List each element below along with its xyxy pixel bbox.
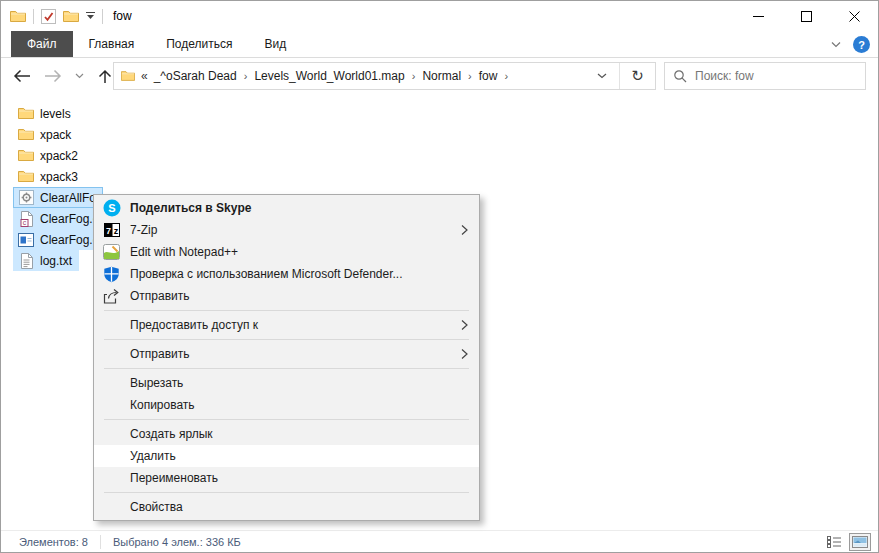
context-menu: S Поделиться в Skype 7z 7-Zip Edit with … — [93, 194, 480, 521]
tab-file[interactable]: Файл — [11, 31, 73, 57]
submenu-arrow-icon — [461, 225, 468, 236]
menu-item-7zip[interactable]: 7z 7-Zip — [94, 219, 479, 241]
file-item[interactable]: xpack — [13, 124, 78, 145]
address-bar[interactable]: « _^oSarah Dead › Levels_World_World01.m… — [113, 62, 656, 90]
breadcrumb-segment[interactable]: fow — [479, 69, 498, 83]
file-name: xpack2 — [40, 149, 78, 163]
file-item[interactable]: xpack3 — [13, 166, 85, 187]
breadcrumb-chevron[interactable]: › — [497, 70, 515, 82]
address-folder-icon — [121, 70, 135, 82]
file-name: log.txt — [40, 254, 72, 268]
folder-icon — [17, 107, 35, 120]
share-icon — [102, 287, 121, 306]
defender-shield-icon — [102, 265, 121, 284]
menu-item-defender-scan[interactable]: Проверка с использованием Microsoft Defe… — [94, 263, 479, 285]
new-folder-quick-button[interactable] — [63, 10, 79, 23]
menu-separator — [104, 339, 469, 340]
file-item[interactable]: ClearAllFo — [13, 187, 103, 208]
file-name: xpack — [40, 128, 71, 142]
folder-icon — [17, 170, 35, 183]
menu-label: Отправить — [130, 289, 190, 303]
menu-label: 7-Zip — [130, 223, 157, 237]
maximize-button[interactable] — [782, 1, 830, 31]
menu-label: Отправить — [130, 347, 190, 361]
menu-label: Свойства — [130, 500, 183, 514]
customize-quick-access-dropdown[interactable] — [86, 12, 95, 20]
forward-button[interactable] — [42, 67, 64, 85]
breadcrumb-chevron[interactable]: › — [461, 70, 479, 82]
svg-text:z: z — [113, 226, 118, 236]
file-item[interactable]: log.txt — [13, 250, 79, 271]
menu-item-cut[interactable]: Вырезать — [94, 372, 479, 394]
svg-text:S: S — [108, 202, 115, 214]
breadcrumb-overflow[interactable]: « — [141, 69, 148, 83]
recent-locations-chevron[interactable] — [73, 71, 86, 81]
menu-separator — [104, 310, 469, 311]
svg-text:7: 7 — [105, 226, 110, 236]
submenu-arrow-icon — [461, 349, 468, 360]
selection-summary: Выбрано 4 элем.: 336 КБ — [101, 536, 253, 548]
menu-item-share[interactable]: Отправить — [94, 285, 479, 307]
menu-item-properties[interactable]: Свойства — [94, 496, 479, 518]
7zip-icon: 7z — [102, 221, 121, 240]
breadcrumb-segment[interactable]: _^oSarah Dead — [154, 69, 237, 83]
notepadpp-icon — [102, 243, 121, 262]
tab-share[interactable]: Поделиться — [150, 31, 248, 57]
file-name: ClearFog.e — [40, 233, 99, 247]
menu-item-create-shortcut[interactable]: Создать ярлык — [94, 423, 479, 445]
file-name: levels — [40, 107, 71, 121]
file-item[interactable]: xpack2 — [13, 145, 85, 166]
status-bar: Элементов: 8 Выбрано 4 элем.: 336 КБ — [1, 530, 878, 552]
window-title: fow — [113, 9, 132, 23]
file-item[interactable]: c ClearFog.c — [13, 208, 106, 229]
refresh-button[interactable]: ↻ — [619, 63, 655, 89]
gear-file-icon — [17, 190, 35, 205]
menu-item-share-skype[interactable]: S Поделиться в Skype — [94, 197, 479, 219]
c-file-icon: c — [17, 211, 35, 227]
breadcrumb-chevron[interactable]: › — [237, 70, 255, 82]
search-box[interactable] — [664, 62, 866, 90]
items-count: Элементов: 8 — [1, 536, 100, 548]
menu-label: Предоставить доступ к — [130, 318, 258, 332]
window-folder-icon — [10, 10, 26, 23]
menu-item-delete[interactable]: Удалить — [94, 445, 479, 467]
file-item[interactable]: levels — [13, 103, 78, 124]
close-button[interactable] — [830, 1, 878, 31]
menu-item-rename[interactable]: Переименовать — [94, 467, 479, 489]
details-view-button[interactable] — [823, 533, 845, 551]
menu-label: Копировать — [130, 398, 195, 412]
menu-separator — [104, 492, 469, 493]
menu-label: Переименовать — [130, 471, 218, 485]
tab-view[interactable]: Вид — [248, 31, 302, 57]
menu-label: Удалить — [130, 449, 176, 463]
menu-label: Проверка с использованием Microsoft Defe… — [130, 267, 403, 281]
up-button[interactable] — [95, 67, 115, 86]
menu-label: Поделиться в Skype — [130, 201, 251, 215]
breadcrumb-segment[interactable]: Levels_World_World01.map — [254, 69, 404, 83]
file-name: ClearAllFo — [40, 191, 96, 205]
breadcrumb-segment[interactable]: Normal — [422, 69, 461, 83]
explorer-window: fow Файл Главная Поделиться Вид ? — [0, 0, 879, 553]
tab-home[interactable]: Главная — [73, 31, 151, 57]
breadcrumb-chevron[interactable]: › — [405, 70, 423, 82]
menu-item-give-access[interactable]: Предоставить доступ к — [94, 314, 479, 336]
menu-separator — [104, 368, 469, 369]
search-input[interactable] — [695, 69, 835, 83]
help-button[interactable]: ? — [853, 36, 870, 53]
search-icon — [673, 69, 687, 83]
menu-separator — [104, 419, 469, 420]
address-dropdown-chevron[interactable] — [585, 63, 619, 89]
minimize-button[interactable] — [734, 1, 782, 31]
submenu-arrow-icon — [461, 320, 468, 331]
titlebar-separator — [102, 9, 103, 24]
menu-item-send-to[interactable]: Отправить — [94, 343, 479, 365]
menu-item-copy[interactable]: Копировать — [94, 394, 479, 416]
menu-item-edit-notepadpp[interactable]: Edit with Notepad++ — [94, 241, 479, 263]
menu-label: Создать ярлык — [130, 427, 213, 441]
properties-quick-button[interactable] — [41, 9, 56, 24]
skype-icon: S — [102, 199, 121, 218]
thumbnail-view-button[interactable] — [849, 533, 871, 551]
folder-icon — [17, 128, 35, 141]
expand-ribbon-chevron-icon[interactable] — [831, 41, 841, 48]
back-button[interactable] — [11, 67, 33, 85]
